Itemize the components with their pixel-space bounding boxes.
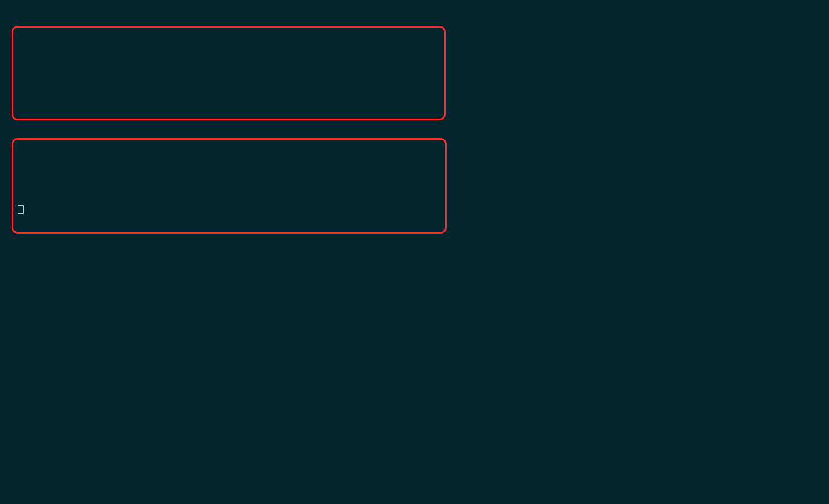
control-plane-join-command-box (12, 26, 446, 120)
join-cmd-line (17, 45, 440, 54)
join-cmd-line (17, 93, 440, 101)
join-cmd-line (17, 158, 442, 166)
join-cmd-line (17, 69, 440, 77)
shell-prompt-line[interactable] (17, 205, 442, 214)
join-cmd-line (17, 182, 442, 190)
worker-join-command-box (12, 138, 447, 234)
cursor-icon (18, 205, 24, 214)
terminal-output[interactable] (0, 0, 829, 236)
